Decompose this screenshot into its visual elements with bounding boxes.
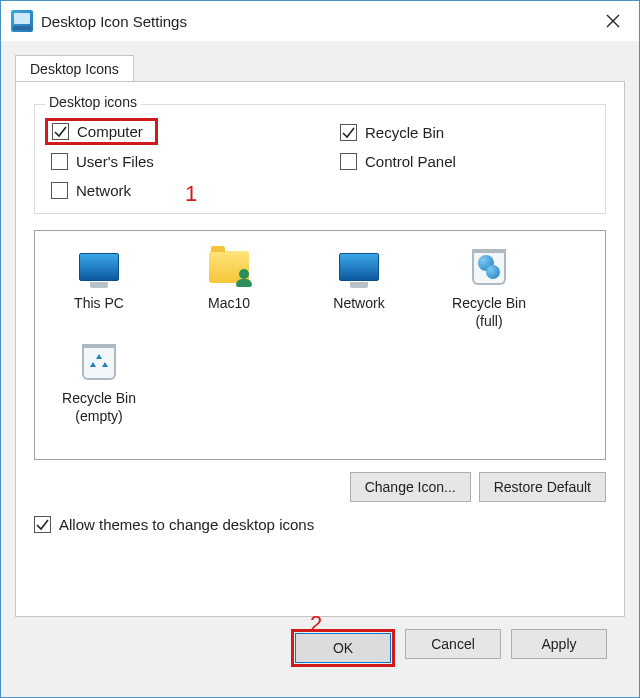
group-label: Desktop icons: [45, 94, 141, 110]
checkbox-network[interactable]: Network: [51, 182, 300, 199]
icon-action-row: Change Icon... Restore Default: [34, 472, 606, 502]
user-folder-icon: [205, 245, 253, 289]
checkbox-box: [340, 153, 357, 170]
checkbox-control-panel[interactable]: Control Panel: [340, 153, 589, 170]
icon-preview-panel: This PC Mac10 Network Recycle Bin (full): [34, 230, 606, 460]
dialog-body: Desktop Icons Desktop icons Computer: [1, 41, 639, 697]
checkmark-icon: [342, 126, 355, 139]
checkbox-box: [34, 516, 51, 533]
checkbox-box: [51, 182, 68, 199]
allow-themes-row: Allow themes to change desktop icons: [34, 516, 606, 533]
titlebar: Desktop Icon Settings: [1, 1, 639, 41]
checkbox-users-files[interactable]: User's Files: [51, 153, 300, 170]
checkbox-box: [340, 124, 357, 141]
window-title: Desktop Icon Settings: [33, 13, 591, 30]
desktop-icons-group: Desktop icons Computer: [34, 104, 606, 214]
icon-network[interactable]: Network: [309, 245, 409, 330]
monitor-icon: [75, 245, 123, 289]
icon-label: Mac10: [179, 295, 279, 329]
icon-user-folder[interactable]: Mac10: [179, 245, 279, 330]
icon-recycle-bin-empty[interactable]: Recycle Bin (empty): [49, 340, 149, 425]
icon-label: Recycle Bin (empty): [49, 390, 149, 425]
tab-page: Desktop icons Computer: [15, 81, 625, 617]
dialog-footer: 2 OK Cancel Apply: [15, 617, 625, 683]
checkbox-label: Network: [76, 182, 131, 199]
recycle-bin-empty-icon: [75, 340, 123, 384]
checkbox-computer-wrap: Computer: [51, 123, 300, 141]
checkbox-box: [52, 123, 69, 140]
checkbox-computer[interactable]: Computer: [52, 123, 143, 140]
ok-button[interactable]: OK: [295, 633, 391, 663]
checkbox-allow-themes[interactable]: Allow themes to change desktop icons: [34, 516, 314, 533]
apply-button[interactable]: Apply: [511, 629, 607, 659]
checkbox-recycle-bin[interactable]: Recycle Bin: [340, 123, 589, 141]
tab-strip: Desktop Icons: [15, 51, 625, 81]
recycle-bin-full-icon: [465, 245, 513, 289]
app-icon: [11, 10, 33, 32]
change-icon-button[interactable]: Change Icon...: [350, 472, 471, 502]
icon-label: Network: [309, 295, 409, 329]
restore-default-button[interactable]: Restore Default: [479, 472, 606, 502]
tab-desktop-icons[interactable]: Desktop Icons: [15, 55, 134, 82]
checkbox-label: Allow themes to change desktop icons: [59, 516, 314, 533]
highlight-computer: Computer: [45, 118, 158, 145]
checkmark-icon: [36, 518, 49, 531]
desktop-icon-settings-window: Desktop Icon Settings Desktop Icons Desk…: [0, 0, 640, 698]
checkbox-label: Control Panel: [365, 153, 456, 170]
icon-label: This PC: [49, 295, 149, 329]
icon-recycle-bin-full[interactable]: Recycle Bin (full): [439, 245, 539, 330]
cancel-button[interactable]: Cancel: [405, 629, 501, 659]
network-icon: [335, 245, 383, 289]
checkbox-grid: Computer Recycle Bin: [51, 123, 589, 199]
checkbox-label: Recycle Bin: [365, 124, 444, 141]
close-icon: [606, 14, 620, 28]
highlight-ok: OK: [291, 629, 395, 667]
icon-this-pc[interactable]: This PC: [49, 245, 149, 330]
close-button[interactable]: [591, 5, 635, 37]
checkmark-icon: [54, 125, 67, 138]
icon-label: Recycle Bin (full): [439, 295, 539, 330]
checkbox-label: Computer: [77, 123, 143, 140]
checkbox-label: User's Files: [76, 153, 154, 170]
checkbox-box: [51, 153, 68, 170]
